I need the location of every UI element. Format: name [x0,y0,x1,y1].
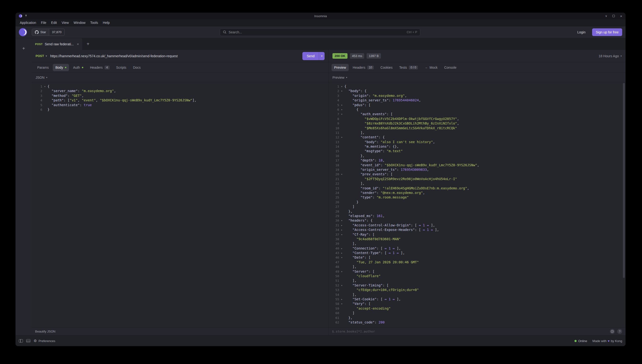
editor-line: 59 "accept-encoding" [329,306,625,311]
preview-mode-label: Preview [332,76,344,80]
fold-gutter [339,306,344,311]
fold-open-icon[interactable]: ▾ [339,107,344,112]
line-number: 13 [329,140,339,144]
toggle-sidebar-icon[interactable] [19,339,23,342]
method-selector[interactable]: POST ▾ [36,54,47,58]
fold-open-icon[interactable]: ▾ [339,172,344,176]
code-text: "method": "GET", [48,94,84,98]
fold-open-icon[interactable]: ▾ [339,232,344,237]
add-workspace-button[interactable]: + [20,45,27,52]
menu-window[interactable]: Window [71,20,88,26]
code-text: ], [344,130,364,135]
fold-collapsed-icon[interactable]: ▸ [339,246,344,251]
fold-open-icon[interactable]: ▾ [339,218,344,223]
preferences-button[interactable]: ⚙ Preferences [34,339,55,343]
signup-button[interactable]: Sign up for free [592,28,622,36]
menu-edit[interactable]: Edit [49,20,59,26]
line-number: 39 [329,242,339,246]
response-tab-tests[interactable]: Tests0 / 0 [397,64,420,71]
response-tab-mock[interactable]: →Mock [422,64,440,71]
fold-open-icon[interactable]: ▾ [339,112,344,116]
new-tab-button[interactable]: + [83,38,94,50]
fold-gutter [339,209,344,214]
line-number: 27 [329,204,339,209]
request-url-input[interactable]: https://hammerhead.nexy7574.co.uk/_hamme… [50,54,299,58]
code-text: "Cf-Ray": [ [344,232,374,237]
preview-mode-selector[interactable]: Preview ▾ [329,73,625,82]
response-tab-preview[interactable]: Preview [331,64,349,71]
request-tab-params[interactable]: Params [35,64,51,71]
editor-line: 43▸ "Content-Type": [ ↔ 1 ↔ ], [329,251,625,255]
response-tab-console[interactable]: Console [441,64,459,71]
fold-open-icon[interactable]: ▾ [339,103,344,107]
send-options-button[interactable]: ▾ [319,52,325,60]
editor-line: 58▾ "Vary": [ [329,302,625,306]
fold-collapsed-icon[interactable]: ▸ [339,228,344,232]
menu-application[interactable]: Application [18,20,39,26]
request-tab-scripts[interactable]: Scripts [114,64,129,71]
filter-history-button[interactable] [610,329,615,334]
request-tab-headers[interactable]: Headers4 [87,64,112,71]
response-history-dropdown[interactable]: 18 Hours Ago ▾ [598,54,622,58]
fold-collapsed-icon[interactable]: ▸ [339,251,344,255]
request-tab[interactable]: POST Send raw federati... × [32,38,83,50]
fold-open-icon[interactable]: ▾ [339,302,344,306]
fold-open-icon[interactable]: ▾ [42,84,48,89]
fold-open-icon[interactable]: ▾ [339,269,344,274]
minimize-icon[interactable]: ∨ [605,14,607,18]
fold-open-icon[interactable]: ▾ [339,255,344,260]
scrollbar[interactable] [623,83,625,326]
tab-close-icon[interactable]: × [77,42,79,46]
line-number: 60 [329,311,339,315]
code-text: "status_code": 200 [344,320,385,325]
send-button[interactable]: Send [302,52,319,60]
github-star-count[interactable]: 37,870 [49,28,65,36]
filter-help-button[interactable]: ? [617,329,622,334]
request-tab-auth[interactable]: Auth [71,64,86,71]
app-icon [19,14,22,18]
scrollbar-thumb[interactable] [623,83,625,278]
maximize-icon[interactable] [612,15,615,17]
fold-collapsed-icon[interactable]: ▸ [339,223,344,228]
beautify-json-button[interactable]: Beautify JSON [35,330,55,333]
request-body-editor[interactable]: 1▾{2 "server_name": "m.easydemo.org",3 "… [32,82,328,327]
fold-gutter [339,316,344,320]
response-body-viewer[interactable]: 1▾{2▾ "body": {3 "origin": "m.easydemo.o… [329,82,625,327]
tab-method-label: POST [35,43,43,46]
menu-file[interactable]: File [39,20,49,26]
toggle-layout-icon[interactable] [26,339,30,342]
editor-line: 48 ], [329,264,625,269]
close-icon[interactable]: × [620,14,622,18]
request-tab-strip: ParamsBodyAuthHeaders4ScriptsDocs [32,62,328,73]
response-filter-input[interactable] [332,330,607,333]
menu-tools[interactable]: Tools [88,20,101,26]
fold-collapsed-icon[interactable]: ▸ [339,297,344,302]
response-tab-cookies[interactable]: Cookies [378,64,395,71]
request-tab-docs[interactable]: Docs [130,64,143,71]
search-bar[interactable]: Ctrl + P [220,28,420,36]
fold-gutter [339,190,344,195]
method-label: POST [36,54,44,58]
code-text: "Connection": [ ↔ 1 ↔ ], [344,246,401,251]
search-input[interactable] [229,30,404,34]
fold-gutter [42,98,48,102]
request-tab-body[interactable]: Body [53,64,69,71]
insomnia-logo-icon[interactable] [19,28,27,36]
line-number: 51 [329,278,339,283]
github-star-button[interactable]: Star [32,28,49,36]
line-number: 1 [329,84,339,89]
fold-open-icon[interactable]: ▾ [339,283,344,288]
login-button[interactable]: Login [575,29,587,36]
titlebar[interactable]: Insomnia ∨ × [16,13,625,19]
fold-gutter [339,140,344,144]
editor-line: 11 ], [329,130,625,135]
response-tab-headers[interactable]: Headers10 [350,64,376,71]
body-type-selector[interactable]: JSON ▾ [32,73,328,82]
line-number: 21 [329,177,339,181]
line-number: 5 [329,103,339,107]
fold-open-icon[interactable]: ▾ [339,135,344,140]
menu-help[interactable]: Help [101,20,112,26]
fold-open-icon[interactable]: ▾ [339,89,344,93]
fold-open-icon[interactable]: ▾ [339,84,344,89]
menu-view[interactable]: View [59,20,71,26]
